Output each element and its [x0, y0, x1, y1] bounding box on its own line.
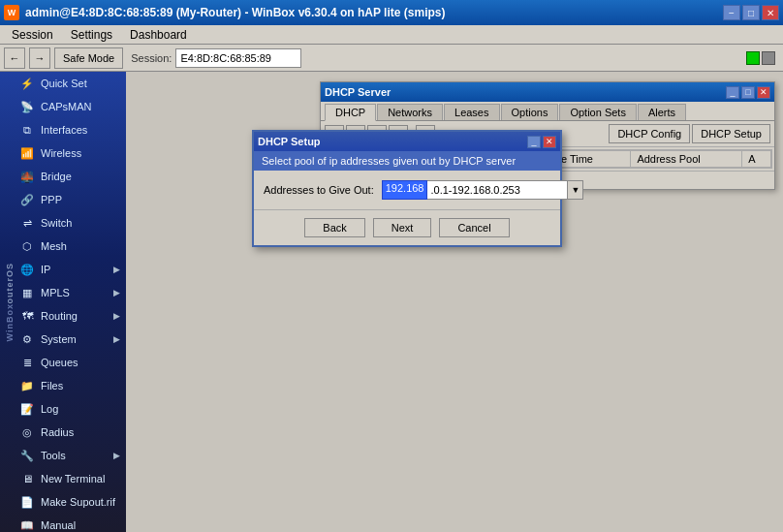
sidebar-label-make-supout: Make Supout.rif — [41, 496, 115, 508]
title-bar: W admin@E4:8D:8C:68:85:89 (My-Router) - … — [0, 0, 783, 25]
address-highlight[interactable]: 192.168 — [382, 180, 428, 200]
col-a[interactable]: A — [742, 151, 771, 168]
status-light-green — [746, 51, 760, 65]
dhcp-server-close[interactable]: ✕ — [757, 86, 770, 99]
menu-session[interactable]: Session — [4, 27, 61, 43]
radius-icon: ◎ — [19, 424, 35, 440]
menu-bar: Session Settings Dashboard — [0, 25, 783, 45]
col-address-pool[interactable]: Address Pool — [631, 151, 742, 168]
address-rest-input[interactable] — [427, 180, 568, 200]
back-button[interactable]: Back — [304, 218, 364, 237]
dialog-instruction: Select pool of ip addresses given out by… — [254, 151, 560, 171]
dialog-title: DHCP Setup — [258, 136, 321, 147]
menu-settings[interactable]: Settings — [63, 27, 120, 43]
sidebar-label-wireless: Wireless — [41, 147, 81, 159]
addresses-input-group: 192.168 ▼ — [382, 180, 584, 200]
tab-alerts[interactable]: Alerts — [638, 104, 686, 120]
sidebar-item-tools[interactable]: 🔧 Tools ▶ — [14, 444, 126, 467]
dhcp-server-minimize[interactable]: _ — [726, 86, 739, 99]
close-button[interactable]: ✕ — [762, 5, 779, 20]
status-lights — [746, 51, 775, 65]
sidebar-item-switch[interactable]: ⇌ Switch — [14, 211, 126, 235]
dialog-close[interactable]: ✕ — [543, 136, 556, 148]
menu-dashboard[interactable]: Dashboard — [122, 27, 195, 43]
back-button[interactable]: ← — [4, 47, 25, 69]
sidebar-item-interfaces[interactable]: ⧉ Interfaces — [14, 118, 126, 141]
mpls-arrow-icon: ▶ — [113, 288, 120, 297]
sidebar-item-routing[interactable]: 🗺 Routing ▶ — [14, 304, 126, 328]
dhcp-setup-button[interactable]: DHCP Setup — [692, 124, 770, 143]
sidebar-label-new-terminal: New Terminal — [41, 473, 105, 485]
sidebar-item-ip[interactable]: 🌐 IP ▶ — [14, 258, 126, 281]
sidebar-item-bridge[interactable]: 🌉 Bridge — [14, 165, 126, 188]
sidebar-label-quick-set: Quick Set — [41, 78, 87, 89]
dhcp-config-button[interactable]: DHCP Config — [609, 124, 690, 143]
session-input[interactable] — [175, 48, 301, 68]
minimize-button[interactable]: − — [723, 5, 740, 20]
tab-options[interactable]: Options — [501, 104, 559, 120]
sidebar-item-quick-set[interactable]: ⚡ Quick Set — [14, 72, 126, 95]
sidebar-label-bridge: Bridge — [41, 171, 72, 182]
sidebar-label-radius: Radius — [41, 426, 74, 438]
dialog-minimize[interactable]: _ — [527, 136, 541, 148]
tab-leases[interactable]: Leases — [444, 104, 499, 120]
sidebar-label-capsman: CAPsMAN — [41, 101, 92, 112]
safe-mode-button[interactable]: Safe Mode — [54, 47, 123, 69]
queues-icon: ≣ — [19, 355, 35, 370]
sidebar-label-ppp: PPP — [41, 194, 62, 205]
dialog-buttons: Back Next Cancel — [254, 209, 560, 245]
dhcp-setup-dialog: DHCP Setup _ ✕ Select pool of ip address… — [252, 130, 562, 247]
dialog-form: Addresses to Give Out: 192.168 ▼ — [254, 171, 560, 209]
tab-option-sets[interactable]: Option Sets — [559, 104, 636, 120]
sidebar-label-mesh: Mesh — [41, 240, 67, 252]
dhcp-server-maximize[interactable]: □ — [741, 86, 755, 99]
tab-dhcp[interactable]: DHCP — [325, 104, 376, 121]
sidebar-item-mpls[interactable]: ▦ MPLS ▶ — [14, 281, 126, 304]
sidebar-label-queues: Queues — [41, 357, 78, 368]
system-arrow-icon: ▶ — [113, 334, 120, 344]
content-area: DHCP Server _ □ ✕ DHCP Networks Leases O… — [126, 72, 783, 532]
dhcp-server-title-bar: DHCP Server _ □ ✕ — [321, 82, 774, 102]
sidebar-item-manual[interactable]: 📖 Manual — [14, 514, 126, 532]
addresses-row: Addresses to Give Out: 192.168 ▼ — [264, 180, 550, 200]
tools-icon: 🔧 — [19, 448, 35, 463]
tab-networks[interactable]: Networks — [377, 104, 443, 120]
maximize-button[interactable]: □ — [742, 5, 760, 20]
sidebar-item-queues[interactable]: ≣ Queues — [14, 351, 126, 374]
sidebar-item-make-supout[interactable]: 📄 Make Supout.rif — [14, 490, 126, 514]
sidebar-item-ppp[interactable]: 🔗 PPP — [14, 188, 126, 211]
toolbar: ← → Safe Mode Session: — [0, 45, 783, 72]
forward-button[interactable]: → — [29, 47, 50, 69]
capsman-icon: 📡 — [19, 99, 35, 114]
interfaces-icon: ⧉ — [19, 122, 35, 138]
sidebar-item-mesh[interactable]: ⬡ Mesh — [14, 235, 126, 258]
addresses-label: Addresses to Give Out: — [264, 184, 374, 196]
sidebar-item-capsman[interactable]: 📡 CAPsMAN — [14, 95, 126, 118]
title-bar-text: admin@E4:8D:8C:68:85:89 (My-Router) - Wi… — [25, 6, 445, 19]
sidebar-item-new-terminal[interactable]: 🖥 New Terminal — [14, 467, 126, 490]
sidebar-label-files: Files — [41, 380, 63, 391]
make-supout-icon: 📄 — [19, 494, 35, 510]
title-bar-controls: − □ ✕ — [723, 5, 779, 20]
sidebar-item-files[interactable]: 📁 Files — [14, 374, 126, 397]
app-icon: W — [4, 5, 19, 20]
log-icon: 📝 — [19, 401, 35, 417]
bridge-icon: 🌉 — [19, 169, 35, 184]
sidebar-item-wireless[interactable]: 📶 Wireless — [14, 141, 126, 165]
sidebar-label-interfaces: Interfaces — [41, 124, 87, 136]
sidebar-label-mpls: MPLS — [41, 287, 70, 298]
routing-icon: 🗺 — [19, 308, 35, 324]
next-button[interactable]: Next — [373, 218, 432, 237]
address-dropdown-btn[interactable]: ▼ — [568, 180, 583, 200]
sidebar-item-system[interactable]: ⚙ System ▶ — [14, 328, 126, 351]
main-layout: outerOS WinBox ⚡ Quick Set 📡 CAPsMAN ⧉ I… — [0, 72, 783, 532]
cancel-button[interactable]: Cancel — [439, 218, 509, 237]
sidebar-item-log[interactable]: 📝 Log — [14, 397, 126, 421]
system-icon: ⚙ — [19, 331, 35, 347]
ip-arrow-icon: ▶ — [113, 265, 120, 274]
switch-icon: ⇌ — [19, 215, 35, 231]
sidebar-item-radius[interactable]: ◎ Radius — [14, 421, 126, 444]
dialog-controls: _ ✕ — [527, 136, 556, 148]
quick-set-icon: ⚡ — [19, 76, 35, 91]
status-light-lock — [762, 51, 775, 65]
